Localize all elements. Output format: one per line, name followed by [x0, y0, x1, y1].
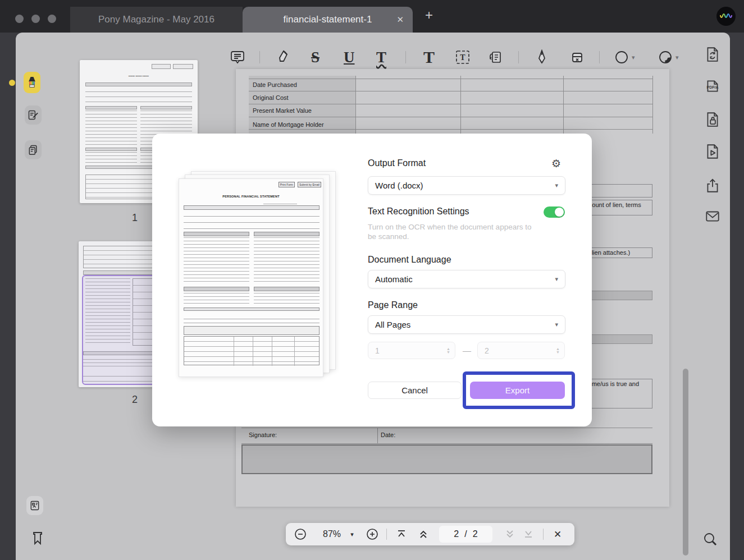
rainbow-wave-icon [720, 13, 732, 20]
chevron-down-icon: ▾ [555, 321, 558, 328]
pdfa-icon: PDF/A [704, 77, 721, 94]
next-page-button[interactable] [502, 523, 518, 545]
page-navigation-toolbar: 87% ▾ 2 / 2 [286, 523, 574, 545]
doc-row-label: Date Purchased [253, 81, 297, 88]
callout-tool-button[interactable] [487, 48, 503, 66]
bookmark-button[interactable] [31, 530, 44, 548]
svg-text:T: T [460, 53, 465, 62]
document-language-label: Document Language [368, 255, 451, 265]
page-2-number: 2 [132, 394, 138, 406]
chevron-down-icon: ▾ [555, 182, 558, 189]
stepper-arrows-icon[interactable]: ▲▼ [556, 347, 560, 354]
svg-text:PDF/A: PDF/A [707, 85, 719, 89]
titlebar: Pony Magazine - May 2016 financial-state… [0, 0, 744, 33]
previous-page-button[interactable] [416, 523, 431, 545]
stepper-arrows-icon[interactable]: ▲▼ [446, 347, 450, 354]
strikethrough-tool-button[interactable]: S [311, 48, 319, 66]
minimize-window-icon[interactable] [31, 15, 40, 23]
app-logo[interactable] [716, 7, 736, 26]
underline-tool-button[interactable]: U [344, 48, 355, 66]
chevron-down-icon: ▾ [632, 54, 635, 61]
zoom-out-icon [294, 528, 307, 540]
zoom-in-button[interactable] [364, 523, 380, 545]
zoom-in-icon [366, 528, 378, 540]
close-tab-icon[interactable]: ✕ [396, 15, 404, 25]
document-language-select[interactable]: Automatic ▾ [368, 270, 565, 288]
tool-color-dot [9, 80, 15, 86]
lock-file-icon [704, 111, 721, 128]
new-tab-button[interactable]: + [425, 7, 433, 23]
divider [386, 529, 387, 540]
page-from-spinner[interactable]: ▲▼ [368, 342, 455, 359]
preview-submit-button: Submit by Email [298, 182, 321, 187]
textbox-tool-button[interactable]: T [455, 48, 471, 66]
comment-icon [230, 50, 245, 65]
share-button[interactable] [704, 177, 721, 194]
ocr-toggle[interactable] [544, 206, 565, 218]
scrollbar[interactable] [683, 369, 688, 556]
highlighter-tool-button[interactable] [24, 72, 40, 93]
first-page-button[interactable] [394, 523, 409, 545]
share-icon [704, 177, 721, 194]
close-toolbar-button[interactable]: ✕ [549, 523, 567, 545]
zoom-out-button[interactable] [293, 523, 308, 545]
preview-print-button: Print Form [279, 182, 295, 187]
double-chevron-up-icon [418, 529, 428, 539]
search-button[interactable] [702, 531, 719, 550]
gear-icon[interactable]: ⚙ [551, 157, 561, 169]
tab-label: Pony Magazine - May 2016 [98, 14, 214, 25]
pages-panel-button[interactable] [25, 140, 42, 159]
last-page-button[interactable] [521, 523, 536, 545]
marker-icon [276, 49, 291, 65]
comment-tool-button[interactable] [230, 48, 245, 66]
page-range-select[interactable]: All Pages ▾ [368, 315, 565, 334]
signature-field[interactable] [241, 444, 652, 474]
highlight-text-button[interactable] [276, 48, 291, 66]
cancel-button[interactable]: Cancel [368, 382, 462, 399]
page-to-input[interactable] [478, 346, 540, 355]
goto-bottom-icon [523, 529, 533, 539]
slide-panel-icon [29, 500, 40, 511]
page-range-label: Page Range [368, 300, 418, 310]
tab-financial-statement[interactable]: financial-statement-1 ✕ [243, 7, 413, 33]
output-format-value: Word (.docx) [375, 181, 423, 190]
convert-button[interactable] [704, 46, 721, 63]
text-tool-button[interactable]: T [423, 48, 435, 66]
zoom-window-icon[interactable] [48, 15, 56, 23]
total-pages: 2 [473, 529, 478, 539]
sticker-tool-button[interactable]: ▾ [658, 48, 679, 66]
page-from-input[interactable] [368, 346, 430, 355]
output-format-select[interactable]: Word (.docx) ▾ [368, 176, 565, 195]
mail-button[interactable] [704, 208, 721, 224]
zoom-menu-caret[interactable]: ▾ [348, 523, 357, 545]
thumb-submit-button [173, 64, 193, 69]
page-indicator[interactable]: 2 / 2 [439, 526, 492, 543]
zoom-level[interactable]: 87% [317, 523, 346, 545]
doc-row-label: Name of Mortgage Holder [253, 121, 324, 128]
protect-button[interactable] [704, 111, 721, 128]
text-recognition-label: Text Recognition Settings [368, 206, 469, 217]
eraser-tool-button[interactable] [569, 48, 585, 66]
search-icon [702, 531, 719, 548]
comment-panel-button[interactable] [25, 105, 42, 125]
mail-icon [704, 208, 721, 224]
close-window-icon[interactable] [15, 15, 24, 23]
textbox-icon: T [455, 49, 471, 65]
range-dash: — [463, 346, 471, 355]
eraser-icon [569, 49, 585, 65]
tab-pony-magazine[interactable]: Pony Magazine - May 2016 [70, 7, 243, 33]
shapes-tool-button[interactable]: ▾ [614, 48, 635, 66]
page-to-spinner[interactable]: ▲▼ [477, 342, 565, 359]
document-language-value: Automatic [375, 274, 413, 284]
play-file-icon [704, 143, 721, 160]
desktop: Pony Magazine - May 2016 financial-state… [0, 0, 744, 560]
thumb-print-button [152, 64, 171, 69]
date-label: Date: [381, 432, 395, 438]
thumbnail-view-button[interactable] [26, 496, 43, 515]
app-window: ▪▪▪▪▪▪▪ ▪▪▪▪▪▪▪ ▪▪▪▪▪▪▪ 1 [16, 33, 730, 560]
pdfa-button[interactable]: PDF/A [704, 77, 721, 94]
slideshow-button[interactable] [704, 143, 721, 160]
squiggly-underline-tool-button[interactable]: T [376, 48, 386, 66]
divider [518, 51, 519, 63]
pen-tool-button[interactable] [535, 48, 549, 66]
